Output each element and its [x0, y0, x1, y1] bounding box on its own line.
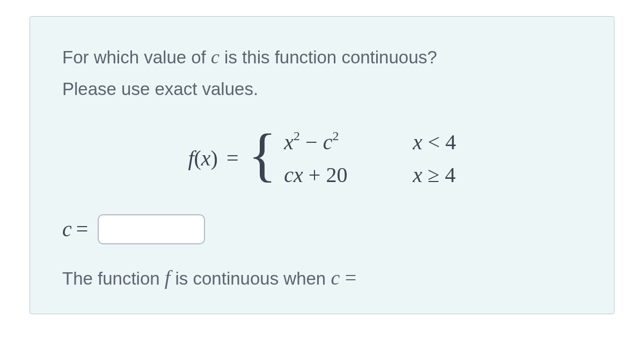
conclusion-c: c	[331, 266, 340, 289]
cases-list: x2 − c2 x < 4 cx + 20 x ≥ 4	[284, 129, 456, 187]
conclusion-f: f	[165, 266, 171, 289]
question-part2: is this function continuous?	[219, 47, 437, 67]
conclusion-equals: =	[340, 266, 356, 289]
case1-cond: x < 4	[413, 129, 456, 155]
answer-row: c =	[62, 214, 582, 244]
answer-c-label: c	[62, 216, 72, 242]
conclusion-text: The function f is continuous when c =	[62, 264, 582, 292]
problem-card: For which value of c is this function co…	[30, 16, 614, 314]
case2-cond-val: 4	[445, 163, 456, 187]
answer-equals: =	[76, 216, 89, 242]
lhs-x: x	[201, 146, 211, 170]
piecewise-cases: { x2 − c2 x < 4 cx + 20 x ≥ 4	[248, 129, 456, 187]
case2-cond: x ≥ 4	[413, 162, 456, 187]
lhs-open: (	[194, 146, 201, 170]
case2-plus: +	[303, 163, 326, 187]
case1-x: x	[284, 130, 294, 154]
lhs-f: f	[188, 146, 194, 170]
case1-rel: <	[422, 130, 445, 154]
conclusion-part1: The function	[62, 269, 165, 288]
case2-val: 20	[326, 163, 347, 187]
question-var-c: c	[211, 46, 219, 68]
question-text: For which value of c is this function co…	[62, 42, 582, 71]
case1-minus: −	[300, 130, 323, 154]
case2-c: c	[284, 163, 294, 187]
answer-input[interactable]	[98, 214, 205, 244]
case2-rel: ≥	[422, 163, 445, 187]
case1-cond-val: 4	[445, 130, 456, 154]
formula: f(x) = { x2 − c2 x < 4 cx + 20	[62, 129, 582, 187]
question-part1: For which value of	[62, 47, 211, 67]
lhs: f(x)	[188, 146, 218, 171]
case1-sq2: 2	[332, 129, 339, 143]
case1-sq1: 2	[294, 129, 300, 143]
instruction-text: Please use exact values.	[62, 76, 582, 103]
case2-x: x	[294, 163, 303, 187]
case-row-1: x2 − c2 x < 4	[284, 129, 456, 155]
case1-cond-x: x	[413, 130, 422, 154]
conclusion-part2: is continuous when	[175, 269, 331, 288]
case1-expr: x2 − c2	[284, 129, 391, 155]
case1-c: c	[323, 130, 333, 154]
case2-expr: cx + 20	[284, 162, 391, 187]
brace-icon: {	[248, 134, 276, 176]
equals-sign: =	[226, 146, 239, 171]
case2-cond-x: x	[413, 163, 422, 187]
case-row-2: cx + 20 x ≥ 4	[284, 162, 456, 187]
lhs-close: )	[211, 146, 218, 170]
